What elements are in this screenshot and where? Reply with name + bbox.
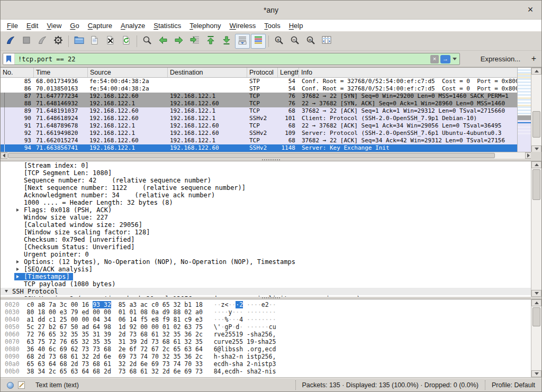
hex-bytes[interactable]: 72 76 65 32 35 35 31 39 2d 73 68 61 32 3… bbox=[27, 331, 203, 338]
detail-line[interactable]: [Stream index: 0] bbox=[1, 162, 531, 169]
scroll-down-arrow[interactable] bbox=[531, 370, 541, 377]
packet-row-88[interactable]: 8871.648146932192.168.122.1192.168.122.6… bbox=[1, 100, 518, 107]
menu-wireless[interactable]: Wireless bbox=[225, 22, 260, 30]
scrollbar-thumb[interactable] bbox=[532, 111, 540, 138]
expand-triangle-icon[interactable] bbox=[16, 208, 19, 212]
menu-go[interactable]: Go bbox=[66, 22, 83, 30]
detail-line[interactable]: TCP payload (1080 bytes) bbox=[1, 280, 531, 288]
detail-line[interactable]: [SEQ/ACK analysis] bbox=[1, 266, 531, 273]
menu-statistics[interactable]: Statistics bbox=[149, 22, 185, 30]
column-header-time[interactable]: Time bbox=[34, 68, 88, 77]
column-header-length[interactable]: Length bbox=[278, 68, 299, 77]
menu-file[interactable]: File bbox=[3, 22, 22, 30]
packet-row-89[interactable]: 8971.648191037192.168.122.60192.168.122.… bbox=[1, 107, 518, 115]
close-icon[interactable]: × bbox=[525, 1, 536, 19]
detail-line-selected[interactable]: [Timestamps] bbox=[1, 273, 531, 280]
column-header-protocol[interactable]: Protocol bbox=[247, 68, 278, 77]
status-profile[interactable]: Profile: Default bbox=[485, 380, 540, 390]
detail-line[interactable]: Urgent pointer: 0 bbox=[1, 251, 531, 258]
start-capture-button[interactable] bbox=[3, 34, 18, 49]
packet-row-91[interactable]: 9171.648789678192.168.122.1192.168.122.6… bbox=[1, 122, 518, 130]
go-to-packet-button[interactable] bbox=[187, 34, 202, 49]
packet-list-vscrollbar[interactable] bbox=[531, 68, 541, 152]
detail-line[interactable]: [Calculated window size: 29056] bbox=[1, 221, 531, 229]
scrollbar-thumb[interactable] bbox=[8, 153, 495, 158]
stop-capture-button[interactable] bbox=[19, 34, 34, 49]
close-file-button[interactable] bbox=[103, 34, 118, 49]
menu-capture[interactable]: Capture bbox=[84, 22, 116, 30]
hex-row-0070[interactable]: 0070 63 75 72 76 65 32 35 35 31 39 2d 73… bbox=[5, 338, 531, 345]
filter-apply-button[interactable]: → bbox=[440, 55, 450, 63]
hex-bytes[interactable]: a1 dd c1 25 00 00 04 34 06 14 f5 e8 f9 8… bbox=[27, 316, 203, 323]
scroll-up-arrow[interactable] bbox=[531, 68, 541, 75]
hex-bytes[interactable]: 68 2d 73 68 61 32 2d 6e 69 73 74 70 32 3… bbox=[27, 353, 203, 360]
zoom-100-button[interactable]: = bbox=[303, 34, 318, 49]
menu-help[interactable]: Help bbox=[285, 22, 308, 30]
hex-row-0080[interactable]: 0080 36 40 6c 69 62 73 73 68 2e 6f 72 67… bbox=[5, 345, 531, 353]
hex-bytes[interactable]: 5c 27 b2 67 50 ad 64 98 1d 92 00 00 01 0… bbox=[27, 323, 203, 331]
colorize-button[interactable] bbox=[251, 34, 266, 49]
column-header-source[interactable]: Source bbox=[88, 68, 168, 77]
hex-row-0040[interactable]: 0040 a1 dd c1 25 00 00 04 34 06 14 f5 e8… bbox=[5, 316, 531, 323]
detail-vscrollbar[interactable] bbox=[531, 161, 541, 297]
detail-line[interactable]: [Next sequence number: 1122 (relative se… bbox=[1, 184, 531, 192]
save-file-button[interactable] bbox=[87, 34, 102, 49]
column-header-destination[interactable]: Destination bbox=[168, 68, 247, 77]
hex-bytes[interactable]: 65 63 64 68 2d 73 68 61 32 2d 6e 69 73 7… bbox=[27, 360, 203, 368]
expert-info-icon[interactable] bbox=[7, 382, 14, 389]
hex-row-00b0[interactable]: 00b0 38 34 2c 65 63 64 68 2d 73 68 61 32… bbox=[5, 368, 531, 375]
filter-history-dropdown-icon[interactable] bbox=[453, 58, 457, 60]
scroll-up-arrow[interactable] bbox=[531, 161, 541, 168]
filter-add-button[interactable]: + bbox=[531, 51, 536, 67]
hex-row-0050[interactable]: 0050 5c 27 b2 67 50 ad 64 98 1d 92 00 00… bbox=[5, 323, 531, 331]
display-filter-input[interactable]: !tcp.port == 22 × → bbox=[3, 53, 460, 65]
hex-ascii[interactable]: rve25519 -sha256, bbox=[214, 331, 276, 338]
hex-row-0030[interactable]: 0030 80 18 00 e3 79 ed 00 00 01 01 08 0a… bbox=[5, 308, 531, 316]
detail-line[interactable]: [Window size scaling factor: 128] bbox=[1, 229, 531, 236]
hex-ascii[interactable]: ···%···4 ········ bbox=[214, 316, 276, 323]
hex-row-00a0[interactable]: 00a0 65 63 64 68 2d 73 68 61 32 2d 6e 69… bbox=[5, 360, 531, 368]
filter-bookmark-button[interactable] bbox=[3, 53, 15, 65]
menu-telephony[interactable]: Telephony bbox=[185, 22, 225, 30]
packet-row-92[interactable]: 9271.661949820192.168.122.1192.168.122.6… bbox=[1, 130, 518, 137]
scrollbar-thumb[interactable] bbox=[532, 307, 540, 326]
detail-line[interactable]: Window size value: 227 bbox=[1, 214, 531, 221]
filter-clear-button[interactable]: × bbox=[430, 55, 439, 63]
detail-line[interactable]: 1000 .... = Header Length: 32 bytes (8) bbox=[1, 199, 531, 206]
capture-comment-icon[interactable] bbox=[18, 381, 25, 389]
intelligent-scrollbar-minimap[interactable] bbox=[517, 68, 531, 152]
hex-bytes[interactable]: 38 34 2c 65 63 64 68 2d 73 68 61 32 2d 6… bbox=[27, 368, 203, 375]
expression-button[interactable]: Expression... bbox=[481, 51, 520, 67]
menu-tools[interactable]: Tools bbox=[260, 22, 284, 30]
zoom-in-button[interactable]: + bbox=[272, 34, 286, 49]
go-first-button[interactable] bbox=[203, 34, 218, 49]
hex-ascii[interactable]: h-sha2-n istp256, bbox=[214, 353, 276, 360]
zoom-out-button[interactable]: − bbox=[287, 34, 302, 49]
column-header-info[interactable]: Info bbox=[299, 68, 518, 77]
go-back-button[interactable] bbox=[156, 34, 170, 49]
detail-line[interactable]: SSH Protocol bbox=[1, 288, 531, 295]
packet-row-93[interactable]: 9371.662015274192.168.122.60192.168.122.… bbox=[1, 137, 518, 144]
hex-ascii[interactable]: curve255 19-sha25 bbox=[214, 338, 276, 345]
detail-line[interactable]: Options: (12 bytes), No-Operation (NOP),… bbox=[1, 258, 531, 266]
go-last-button[interactable] bbox=[219, 34, 234, 49]
hex-ascii[interactable]: ··z<···2 ····e2·· bbox=[214, 301, 276, 308]
packet-row-85[interactable]: 8568.001734936fe:54:00:d4:38:2aSTP54Conf… bbox=[1, 78, 518, 85]
packet-row-90[interactable]: 9071.648618924192.168.122.60192.168.122.… bbox=[1, 115, 518, 122]
hex-row-0090[interactable]: 0090 68 2d 73 68 61 32 2d 6e 69 73 74 70… bbox=[5, 353, 531, 360]
filter-value[interactable]: !tcp.port == 22 bbox=[15, 56, 430, 63]
reload-file-button[interactable] bbox=[119, 34, 134, 49]
hex-ascii[interactable]: ····y··· ········ bbox=[214, 308, 276, 316]
hex-bytes[interactable]: 36 40 6c 69 62 73 73 68 2e 6f 72 67 2c 6… bbox=[27, 345, 203, 353]
hex-bytes[interactable]: 80 18 00 e3 79 ed 00 00 01 01 08 0a d9 8… bbox=[27, 308, 203, 316]
expand-triangle-icon[interactable] bbox=[16, 275, 19, 278]
expand-triangle-icon[interactable] bbox=[16, 260, 19, 263]
hex-ascii[interactable]: ecdh-sha 2-nistp3 bbox=[214, 360, 276, 368]
hex-ascii[interactable]: \'·gP·d· ······cu bbox=[214, 323, 276, 331]
go-forward-button[interactable] bbox=[171, 34, 186, 49]
hex-ascii[interactable]: 6@libssh .org,ecd bbox=[214, 345, 276, 353]
packet-row-94[interactable]: 9471.663856741192.168.122.1192.168.122.6… bbox=[1, 144, 518, 152]
scroll-down-arrow[interactable] bbox=[531, 290, 541, 297]
detail-line[interactable]: Flags: 0x018 (PSH, ACK) bbox=[1, 206, 531, 214]
column-header-no[interactable]: No. bbox=[1, 68, 34, 77]
